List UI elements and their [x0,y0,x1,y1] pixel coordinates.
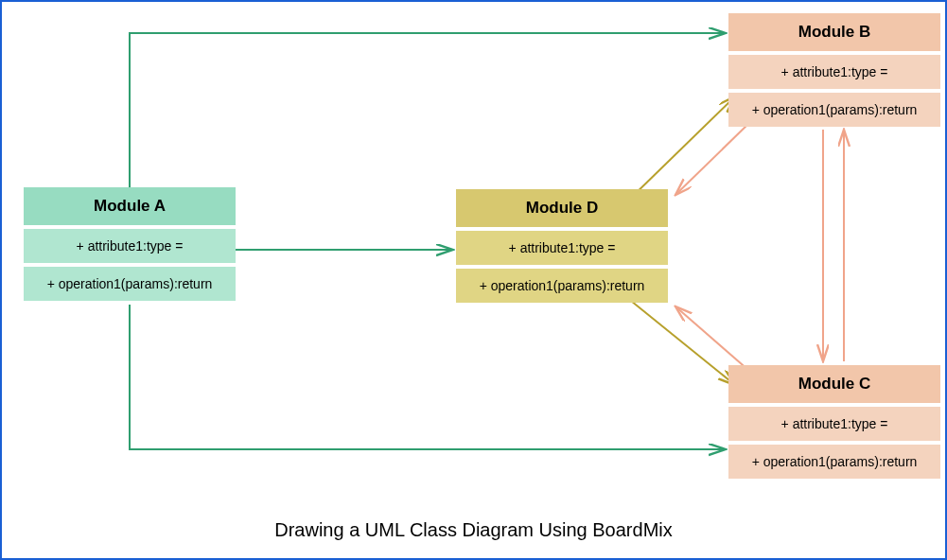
module-c-header: Module C [728,365,940,403]
module-a[interactable]: Module A + attribute1:type = + operation… [24,187,236,301]
module-b-operation: + operation1(params):return [728,93,940,127]
module-c-attribute: + attribute1:type = [728,407,940,441]
module-d[interactable]: Module D + attribute1:type = + operation… [456,189,668,303]
module-c[interactable]: Module C + attribute1:type = + operation… [728,365,940,479]
module-a-operation: + operation1(params):return [24,267,236,301]
module-b-attribute: + attribute1:type = [728,55,940,89]
module-d-operation: + operation1(params):return [456,269,668,303]
module-a-header: Module A [24,187,236,225]
diagram-canvas: Module A + attribute1:type = + operation… [0,0,947,560]
diagram-caption: Drawing a UML Class Diagram Using BoardM… [2,519,945,541]
module-b[interactable]: Module B + attribute1:type = + operation… [728,13,940,127]
module-c-operation: + operation1(params):return [728,445,940,479]
module-d-attribute: + attribute1:type = [456,231,668,265]
module-d-header: Module D [456,189,668,227]
module-b-header: Module B [728,13,940,51]
module-a-attribute: + attribute1:type = [24,229,236,263]
